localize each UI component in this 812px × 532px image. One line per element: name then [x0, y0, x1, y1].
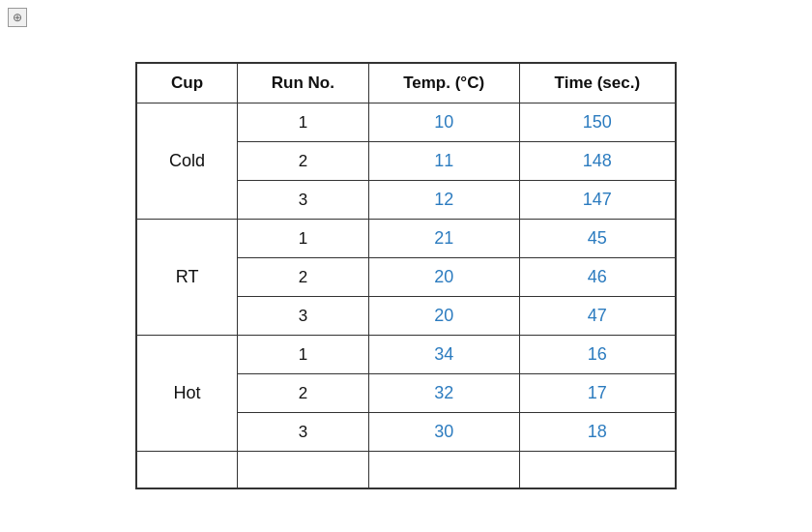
table-row: Hot13416 [136, 336, 676, 374]
run-number: 2 [238, 142, 368, 181]
empty-cell [136, 452, 238, 488]
page-wrapper: ⊕ Cup Run No. Temp. (°C) Time (sec.) Col… [0, 0, 812, 532]
empty-cell [519, 452, 676, 488]
col-header-time: Time (sec.) [519, 63, 676, 103]
temp-value: 30 [368, 413, 519, 452]
run-number: 3 [238, 181, 368, 220]
run-number: 3 [238, 297, 368, 336]
run-number: 1 [238, 103, 368, 142]
temp-value: 32 [368, 374, 519, 413]
table-row: Cold110150 [136, 103, 676, 142]
empty-row [136, 452, 676, 488]
time-value: 46 [519, 258, 676, 297]
table-container: Cup Run No. Temp. (°C) Time (sec.) Cold1… [135, 62, 677, 489]
time-value: 148 [519, 142, 676, 181]
col-header-temp: Temp. (°C) [368, 63, 519, 103]
empty-cell [238, 452, 368, 488]
time-value: 16 [519, 336, 676, 374]
run-number: 1 [238, 336, 368, 374]
col-header-run: Run No. [238, 63, 368, 103]
temp-value: 21 [368, 220, 519, 258]
temp-value: 20 [368, 258, 519, 297]
col-header-cup: Cup [136, 63, 238, 103]
header-row: Cup Run No. Temp. (°C) Time (sec.) [136, 63, 676, 103]
temp-value: 34 [368, 336, 519, 374]
temp-value: 10 [368, 103, 519, 142]
time-value: 17 [519, 374, 676, 413]
move-handle-icon[interactable]: ⊕ [8, 8, 27, 27]
time-value: 47 [519, 297, 676, 336]
cup-label-rt: RT [136, 220, 238, 336]
run-number: 3 [238, 413, 368, 452]
run-number: 2 [238, 374, 368, 413]
cup-label-cold: Cold [136, 103, 238, 220]
table-row: RT12145 [136, 220, 676, 258]
time-value: 45 [519, 220, 676, 258]
temp-value: 11 [368, 142, 519, 181]
data-table: Cup Run No. Temp. (°C) Time (sec.) Cold1… [135, 62, 677, 489]
cup-label-hot: Hot [136, 336, 238, 452]
time-value: 18 [519, 413, 676, 452]
run-number: 2 [238, 258, 368, 297]
temp-value: 20 [368, 297, 519, 336]
run-number: 1 [238, 220, 368, 258]
time-value: 147 [519, 181, 676, 220]
temp-value: 12 [368, 181, 519, 220]
empty-cell [368, 452, 519, 488]
time-value: 150 [519, 103, 676, 142]
